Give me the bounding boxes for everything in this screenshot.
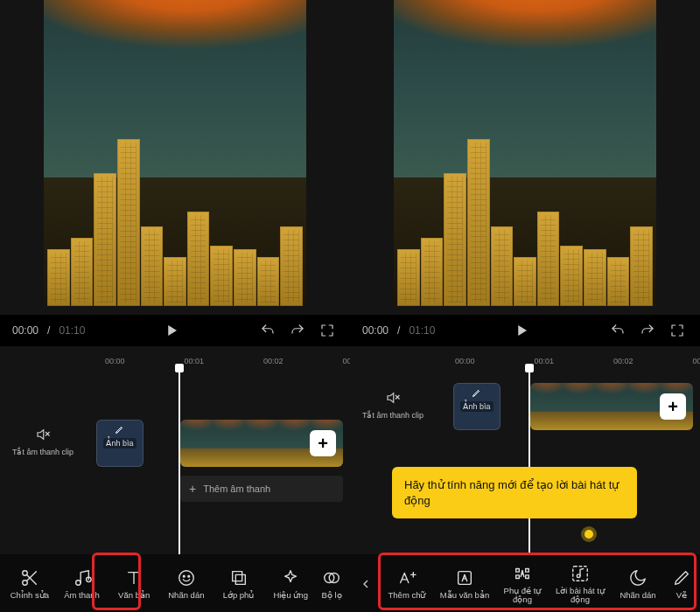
pencil-icon xyxy=(115,424,125,436)
toolbar-item-overlay[interactable]: Lớp phủ xyxy=(214,565,263,603)
preview-left xyxy=(0,0,350,315)
toolbar-item-edit[interactable]: Chỉnh sửa xyxy=(5,565,54,603)
svg-rect-15 xyxy=(232,571,242,581)
smile-icon xyxy=(177,568,196,588)
add-clip-button[interactable]: + xyxy=(310,430,336,456)
play-button[interactable] xyxy=(161,320,182,341)
preview-frame[interactable] xyxy=(44,0,306,306)
music-note-icon xyxy=(73,568,92,588)
speaker-mute-icon xyxy=(383,388,402,407)
svg-point-10 xyxy=(75,581,80,586)
text-plus-icon xyxy=(397,568,416,588)
svg-point-13 xyxy=(183,575,185,577)
chevron-left-icon xyxy=(359,577,373,591)
mute-clip-label: Tắt âm thanh clip xyxy=(12,448,74,456)
preview-frame[interactable] xyxy=(394,0,656,306)
toolbar-item-auto-lyrics[interactable]: Lời bài hát tự động xyxy=(553,560,607,609)
svg-marker-0 xyxy=(168,325,177,336)
toolbar-item-audio[interactable]: Âm thanh xyxy=(58,565,107,603)
undo-button[interactable] xyxy=(257,320,278,341)
tooltip-anchor-dot xyxy=(584,530,593,539)
mute-clip-button[interactable]: Tắt âm thanh clip xyxy=(12,425,74,456)
auto-lyrics-icon xyxy=(570,564,590,583)
redo-button[interactable] xyxy=(287,320,308,341)
mute-clip-label: Tắt âm thanh clip xyxy=(362,411,424,420)
toolbar-item-text[interactable]: Văn bản xyxy=(109,565,158,603)
toolbar-item-filter[interactable]: Bộ lọ xyxy=(318,565,345,603)
playback-bar-right: 00:00 / 01:10 xyxy=(350,315,700,346)
toolbar-item-sticker[interactable]: Nhãn dán xyxy=(162,565,211,603)
timeline-left: 00:00 00:01 00:02 00:03 Tắt âm thanh cli… xyxy=(0,346,350,554)
svg-point-12 xyxy=(179,571,194,586)
cover-chip[interactable]: Ảnh bìa xyxy=(453,383,500,430)
playback-bar-left: 00:00 / 01:10 xyxy=(0,315,350,346)
cover-label: Ảnh bìa xyxy=(103,438,136,449)
preview-row xyxy=(0,0,700,315)
feature-tooltip: Hãy thử tính năng mới để tạo lời bài hát… xyxy=(392,467,637,518)
tooltip-text: Hãy thử tính năng mới để tạo lời bài hát… xyxy=(404,478,619,507)
plus-icon: + xyxy=(189,482,196,496)
toolbar-left: Chỉnh sửa Âm thanh Văn bản Nhãn dán Lớp … xyxy=(0,554,350,612)
timeline-right: 00:00 00:01 00:02 00:03 Tắt âm thanh cli… xyxy=(350,346,700,554)
add-audio-row[interactable]: + Thêm âm thanh xyxy=(180,476,343,502)
speaker-mute-icon xyxy=(33,425,52,444)
auto-caption-icon xyxy=(513,564,532,583)
add-audio-label: Thêm âm thanh xyxy=(203,483,270,494)
text-icon xyxy=(124,568,144,588)
toolbar-item-effect[interactable]: Hiệu ứng xyxy=(266,565,315,603)
cover-chip[interactable]: Ảnh bìa xyxy=(96,420,144,467)
scissors-icon xyxy=(20,568,39,588)
timeline-ruler: 00:00 00:01 00:02 00:03 xyxy=(350,346,700,365)
toolbar-item-auto-caption[interactable]: Phụ đề tự động xyxy=(495,560,550,609)
filter-icon xyxy=(322,568,341,588)
svg-rect-19 xyxy=(458,571,472,584)
timeline-ruler: 00:00 00:01 00:02 00:03 xyxy=(0,346,350,365)
fullscreen-button[interactable] xyxy=(667,320,688,341)
toolbar-back-button[interactable] xyxy=(355,577,376,591)
moon-icon xyxy=(628,568,648,588)
sparkle-icon xyxy=(281,568,300,588)
svg-marker-1 xyxy=(518,325,527,336)
playback-current: 00:00 xyxy=(12,324,38,337)
fullscreen-button[interactable] xyxy=(317,320,338,341)
playback-total: 01:10 xyxy=(59,324,85,337)
text-template-icon xyxy=(455,568,474,588)
toolbar-item-text-template[interactable]: Mẫu văn bản xyxy=(438,565,492,603)
toolbar-item-sticker[interactable]: Nhãn dán xyxy=(611,565,665,603)
toolbar-right: Thêm chữ Mẫu văn bản Phụ đề tự động Lời … xyxy=(350,554,700,612)
undo-button[interactable] xyxy=(607,320,628,341)
playback-total: 01:10 xyxy=(409,324,435,337)
playback-current: 00:00 xyxy=(362,324,388,337)
add-clip-button[interactable]: + xyxy=(660,393,686,420)
cover-label: Ảnh bìa xyxy=(460,401,493,412)
svg-point-14 xyxy=(188,575,190,577)
redo-button[interactable] xyxy=(637,320,658,341)
play-button[interactable] xyxy=(511,320,532,341)
svg-rect-16 xyxy=(235,574,245,584)
toolbar-item-add-text[interactable]: Thêm chữ xyxy=(380,565,434,603)
pen-icon xyxy=(672,568,691,588)
toolbar-item-more[interactable]: Vẽ xyxy=(668,565,695,603)
preview-right xyxy=(350,0,700,315)
mute-clip-button[interactable]: Tắt âm thanh clip xyxy=(362,388,424,420)
pencil-icon xyxy=(472,387,482,400)
overlay-icon xyxy=(229,568,248,588)
